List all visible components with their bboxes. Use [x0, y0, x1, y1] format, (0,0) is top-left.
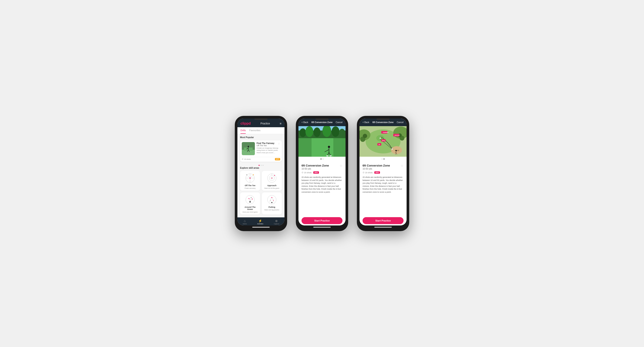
svg-rect-52	[330, 155, 332, 156]
ott-icon	[244, 173, 256, 184]
skill-card-approach[interactable]: Approach Dial-in to hit the green	[262, 171, 282, 191]
svg-point-3	[248, 146, 249, 147]
carousel-dots	[240, 164, 282, 167]
dot-2[interactable]	[260, 165, 262, 166]
tab-favourites[interactable]: Favourites	[249, 127, 260, 134]
detail-body: SAND FAIRWAY	[360, 126, 406, 215]
home-label: Home	[243, 223, 247, 225]
img-dot-1[interactable]	[320, 158, 322, 160]
activities-icon: ⚡	[258, 219, 262, 223]
shots-label: 20 shots	[365, 172, 372, 174]
clock-icon: ⏱	[362, 172, 364, 174]
svg-point-21	[274, 175, 275, 176]
card-content: Find The Fairway Off The Tee ☆ Create an…	[256, 142, 280, 155]
svg-point-14	[253, 174, 254, 175]
img-dot-2[interactable]	[322, 158, 324, 160]
svg-point-60	[363, 134, 367, 138]
header-title: Practice	[260, 122, 270, 125]
nav-home[interactable]: ⌂ Home	[243, 219, 247, 225]
svg-point-23	[250, 201, 251, 203]
clock-icon: ⏱	[302, 172, 304, 174]
svg-point-41	[332, 126, 340, 137]
img-dot-2[interactable]	[384, 158, 384, 160]
svg-text:Hit: Hit	[378, 144, 380, 145]
scene: clippd Practice ≡ Drills Favourites Most…	[226, 107, 418, 240]
map-image: SAND FAIRWAY	[360, 126, 406, 157]
putting-icon	[266, 194, 277, 205]
drill-meta: ⏱ 20 shots ARG	[302, 171, 342, 174]
menu-icon[interactable]: ≡	[280, 122, 282, 125]
image-dots	[360, 157, 406, 161]
capture-label: Capture	[274, 223, 279, 225]
favourite-star[interactable]: ☆	[278, 142, 280, 145]
img-dot-1[interactable]	[382, 158, 382, 160]
phone-notch	[376, 119, 390, 120]
drill-name: 6ft Conversion Zone	[362, 164, 390, 167]
svg-point-13	[250, 178, 251, 179]
explore-label: Explore skill areas	[240, 167, 282, 169]
cancel-button[interactable]: Cancel	[336, 121, 342, 124]
shots-info: ⏱ 10 shots	[242, 158, 251, 160]
drill-description: 20 shots are randomly generated at dista…	[302, 176, 342, 194]
phone-notch	[254, 119, 268, 120]
home-bar	[374, 227, 392, 228]
dot-1[interactable]	[258, 165, 260, 166]
home-icon: ⌂	[244, 219, 246, 223]
atg-name: Around The Green	[242, 206, 258, 210]
svg-point-33	[270, 200, 271, 201]
shots-label: 20 shots	[304, 172, 312, 174]
back-button[interactable]: < Back	[302, 121, 308, 124]
nav-activities[interactable]: ⚡ Activities	[257, 219, 263, 225]
app-header: clippd Practice ≡	[238, 119, 284, 127]
svg-text:SAND: SAND	[395, 150, 399, 151]
card-footer: ⏱ 10 shots OTT	[240, 157, 282, 162]
svg-point-78	[380, 138, 381, 139]
featured-card[interactable]: Find The Fairway Off The Tee ☆ Create an…	[240, 140, 282, 162]
golf-scene-svg	[242, 142, 255, 155]
skill-card-atg[interactable]: Around The Green Hone your short game	[240, 192, 260, 214]
shots-label: 10 shots	[244, 158, 251, 160]
svg-point-22	[246, 195, 254, 204]
nav-capture[interactable]: ⊕ Capture	[274, 219, 279, 225]
golf-map-svg: SAND FAIRWAY	[360, 126, 406, 157]
phone-2: < Back 6ft Conversion Zone Cancel	[296, 116, 348, 231]
tab-drills[interactable]: Drills	[240, 127, 246, 134]
detail-title: 6ft Conversion Zone	[312, 121, 333, 124]
phone-notch	[316, 119, 328, 120]
favourite-star[interactable]: ☆	[340, 164, 342, 167]
svg-point-19	[272, 178, 272, 179]
detail-title: 6ft Conversion Zone	[372, 121, 394, 124]
home-bar	[313, 227, 331, 228]
dot-3[interactable]	[262, 165, 264, 166]
drill-content: 6ft Conversion Zone 10-50 yds ☆ ⏱ 20 sho…	[360, 161, 406, 196]
cancel-button[interactable]: Cancel	[397, 121, 404, 124]
svg-point-15	[246, 174, 247, 175]
svg-point-26	[248, 198, 250, 199]
drill-description: 20 shots are randomly generated at dista…	[362, 176, 404, 194]
atg-desc: Hone your short game	[242, 211, 258, 213]
putting-name: Putting	[268, 206, 275, 208]
arg-badge: ARG	[313, 171, 319, 174]
phone-1: clippd Practice ≡ Drills Favourites Most…	[235, 116, 287, 231]
back-button[interactable]: < Back	[362, 121, 369, 124]
shots-count: ⏱ 20 shots	[362, 172, 372, 174]
ott-name: Off The Tee	[245, 184, 256, 187]
svg-point-27	[251, 197, 252, 198]
svg-line-11	[250, 175, 253, 178]
favourite-star[interactable]: ☆	[401, 164, 404, 167]
phone-3: < Back 6ft Conversion Zone Cancel	[357, 116, 409, 231]
start-practice-button[interactable]: Start Practice	[362, 217, 404, 224]
drill-meta: ⏱ 20 shots ARG	[362, 171, 404, 174]
start-practice-button[interactable]: Start Practice	[302, 217, 342, 224]
image-dots	[298, 157, 346, 161]
svg-line-12	[247, 175, 250, 178]
skill-card-ott[interactable]: Off The Tee Power accuracy	[240, 171, 260, 191]
list-body: Most Popular	[238, 134, 284, 217]
ott-desc: Power accuracy	[244, 187, 256, 189]
arg-badge: ARG	[374, 171, 380, 174]
card-image	[242, 142, 255, 155]
skill-card-putting[interactable]: Putting Make and lag practice	[262, 192, 282, 214]
approach-desc: Dial-in to hit the green	[264, 187, 279, 189]
shots-count: ⏱ 20 shots	[302, 172, 312, 174]
most-popular-label: Most Popular	[240, 136, 282, 139]
